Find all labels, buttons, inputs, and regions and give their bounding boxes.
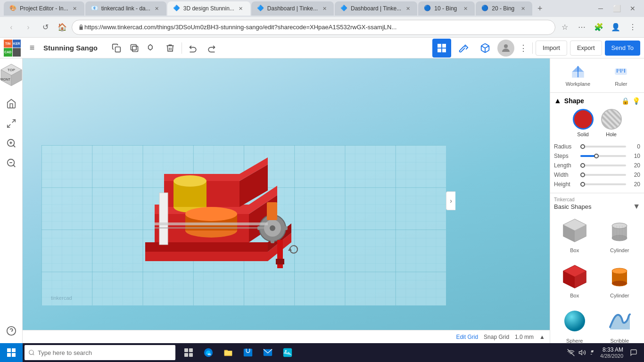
ruler-tool[interactable]: Ruler <box>609 62 633 89</box>
width-handle[interactable] <box>580 173 585 177</box>
address-bar[interactable]: https://www.tinkercad.com/things/3DSoUm0… <box>72 20 555 35</box>
lock-shape-button[interactable]: 🔒 <box>621 97 629 105</box>
hole-circle <box>601 109 622 130</box>
back-button[interactable]: ‹ <box>4 20 19 35</box>
help-shape-button[interactable]: 💡 <box>632 97 640 105</box>
more-options-button[interactable]: ⋮ <box>517 41 529 55</box>
close-button[interactable]: ✕ <box>625 1 640 16</box>
length-handle[interactable] <box>580 163 585 168</box>
extensions-button[interactable]: 🧩 <box>591 20 606 35</box>
tab-1[interactable]: 🎨 Project Editor - In... ✕ <box>4 1 84 16</box>
store-icon <box>243 347 253 358</box>
tab-6-close[interactable]: ✕ <box>462 5 469 12</box>
new-tab-button[interactable]: + <box>533 2 546 15</box>
panel-collapse-button[interactable]: › <box>446 191 455 210</box>
lock-icon <box>78 24 84 31</box>
reload-button[interactable]: ↺ <box>38 20 53 35</box>
file-explorer-button[interactable] <box>219 343 238 362</box>
grid-view-button[interactable] <box>432 39 451 58</box>
edge-button[interactable] <box>199 343 218 362</box>
help-button[interactable] <box>3 322 20 339</box>
svg-point-85 <box>612 280 627 286</box>
library-dropdown-button[interactable]: ▼ <box>633 202 640 211</box>
shape-type-selection: Solid Hole <box>554 109 640 137</box>
mail-button[interactable] <box>258 343 277 362</box>
length-slider[interactable] <box>580 165 626 166</box>
tab-2[interactable]: 📧 tinkercad link - da... ✕ <box>85 1 166 16</box>
import-button[interactable]: Import <box>536 41 567 56</box>
tab-4[interactable]: 🔷 Dashboard | Tinke... ✕ <box>251 1 334 16</box>
tab-4-close[interactable]: ✕ <box>321 5 328 12</box>
tab-6[interactable]: 🔵 10 - Bing ✕ <box>418 1 475 16</box>
tab-2-close[interactable]: ✕ <box>153 5 161 12</box>
forward-button[interactable]: › <box>21 20 36 35</box>
steps-handle[interactable] <box>594 154 599 158</box>
fit-view-button[interactable] <box>3 95 20 112</box>
edit-grid-button[interactable]: Edit Grid <box>456 334 478 340</box>
taskbar-search[interactable]: Type here to search <box>25 345 175 360</box>
menu-button[interactable]: ⋮ <box>625 20 640 35</box>
browser-actions-button[interactable]: ⋯ <box>574 20 589 35</box>
tab-7[interactable]: 🔵 20 - Bing ✕ <box>476 1 532 16</box>
shape-box-red[interactable]: Box <box>554 259 595 300</box>
shape-cylinder-gray[interactable]: Cylinder <box>599 214 641 255</box>
zoom-in-button[interactable] <box>3 135 20 152</box>
start-button[interactable] <box>0 343 23 362</box>
project-title: Stunning Sango <box>43 44 98 52</box>
workplane-tool[interactable]: Workplane <box>561 62 595 89</box>
height-handle[interactable] <box>580 182 585 187</box>
delete-button[interactable] <box>162 40 179 57</box>
canvas-area[interactable]: tinkercad › Edit Grid Snap Grid 1.0 mm ▲ <box>23 58 550 343</box>
user-avatar[interactable] <box>497 40 514 57</box>
task-view-button[interactable] <box>179 343 198 362</box>
solid-option[interactable]: Solid <box>573 109 594 137</box>
toolbar-separator-1 <box>182 42 182 54</box>
duplicate-button[interactable] <box>126 40 143 57</box>
shape-sphere-teal[interactable]: Sphere <box>554 304 595 343</box>
tab-3-close[interactable]: ✕ <box>237 5 245 12</box>
tab-3[interactable]: 🔷 3D design Stunnin... ✕ <box>167 1 250 16</box>
height-slider[interactable] <box>580 183 626 185</box>
copy-button[interactable] <box>108 40 125 57</box>
shape-cylinder-orange[interactable]: Cylinder <box>599 259 641 300</box>
tab-5[interactable]: 🔷 Dashboard | Tinke... ✕ <box>335 1 417 16</box>
expand-icon <box>6 118 17 129</box>
width-slider[interactable] <box>580 174 626 176</box>
height-label: Height <box>554 181 578 188</box>
browser-chrome: 🎨 Project Editor - In... ✕ 📧 tinkercad l… <box>0 0 644 38</box>
collapse-shape-button[interactable]: ▲ <box>554 97 561 105</box>
snap-up-button[interactable]: ▲ <box>539 334 545 340</box>
build-button[interactable] <box>454 39 473 58</box>
store-button[interactable] <box>239 343 257 362</box>
view-cube[interactable]: TOP FRONT <box>0 62 25 89</box>
print3d-button[interactable] <box>476 39 495 58</box>
tab-1-close[interactable]: ✕ <box>71 5 79 12</box>
zoom-out-button[interactable] <box>3 155 20 172</box>
action-center-button[interactable] <box>627 346 640 359</box>
radius-handle[interactable] <box>580 144 585 149</box>
radius-slider[interactable] <box>580 146 626 148</box>
clock-display: 8:33 AM 4/28/2020 <box>600 346 623 359</box>
export-button[interactable]: Export <box>570 41 602 56</box>
profile-button[interactable]: 👤 <box>608 20 623 35</box>
svg-line-14 <box>12 120 15 123</box>
menu-hamburger-button[interactable]: ≡ <box>24 40 41 57</box>
zoom-extent-button[interactable] <box>3 115 20 132</box>
undo-button[interactable] <box>185 40 202 57</box>
svg-point-45 <box>270 225 275 231</box>
group-button[interactable] <box>144 40 161 57</box>
hole-option[interactable]: Hole <box>601 109 622 137</box>
maximize-button[interactable]: ⬜ <box>609 1 624 16</box>
bookmark-star-button[interactable]: ☆ <box>557 20 572 35</box>
shape-scribble[interactable]: Scribble <box>599 304 641 343</box>
photos-button[interactable] <box>278 343 297 362</box>
redo-button[interactable] <box>203 40 220 57</box>
tab-5-close[interactable]: ✕ <box>404 5 412 12</box>
home-button[interactable]: 🏠 <box>55 20 70 35</box>
minimize-button[interactable]: ─ <box>593 1 608 16</box>
shape-box-gray[interactable]: Box <box>554 214 595 255</box>
tab-7-close[interactable]: ✕ <box>519 5 527 12</box>
steps-slider[interactable] <box>580 155 626 157</box>
svg-text:TOP: TOP <box>7 68 15 72</box>
send-to-button[interactable]: Send To <box>605 41 640 56</box>
